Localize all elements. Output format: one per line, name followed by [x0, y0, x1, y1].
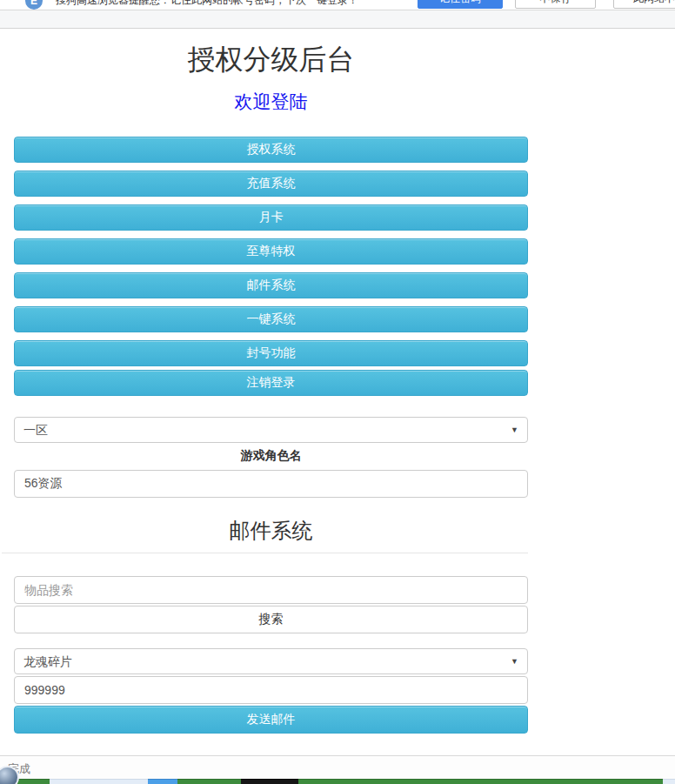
item-search-input[interactable]	[14, 576, 528, 604]
nav-button-auth-system[interactable]: 授权系统	[14, 137, 528, 163]
taskbar-segment	[241, 779, 298, 784]
welcome-text: 欢迎登陆	[14, 90, 528, 114]
nav-button-monthly-card[interactable]: 月卡	[14, 204, 528, 231]
zone-select-value: 一区	[23, 423, 48, 437]
send-mail-button[interactable]: 发送邮件	[14, 706, 528, 734]
taskbar-segment	[50, 779, 148, 784]
taskbar-segment	[663, 779, 675, 784]
nav-button-recharge-system[interactable]: 充值系统	[14, 171, 528, 197]
browser-status-bar: 完成	[0, 755, 675, 779]
nav-button-supreme-privilege[interactable]: 至尊特权	[14, 238, 528, 265]
role-name-label: 游戏角色名	[14, 448, 528, 464]
item-select[interactable]: 龙魂碎片 ▼	[14, 648, 528, 674]
nav-button-ban-function[interactable]: 封号功能	[14, 340, 528, 366]
browser-chrome-strip	[0, 10, 675, 29]
quantity-input[interactable]	[14, 676, 528, 704]
nav-button-oneclick-system[interactable]: 一键系统	[14, 306, 528, 332]
taskbar-segment	[298, 779, 663, 784]
dont-save-button[interactable]: 不保存	[515, 0, 596, 9]
zone-select[interactable]: 一区 ▼	[14, 417, 528, 443]
taskbar-segment	[177, 779, 241, 784]
section-divider	[2, 553, 528, 553]
nav-button-group: 授权系统 充值系统 月卡 至尊特权 邮件系统 一键系统 封号功能 注销登录	[14, 137, 528, 396]
chevron-down-icon: ▼	[511, 649, 518, 673]
notification-icon: E	[25, 0, 43, 10]
chevron-down-icon: ▼	[511, 418, 518, 442]
page-content: 授权分级后台 欢迎登陆 授权系统 充值系统 月卡 至尊特权 邮件系统 一键系统 …	[14, 41, 528, 770]
remember-password-button[interactable]: 记住密码	[418, 0, 503, 9]
never-ask-site-button[interactable]: 此网站不再提示	[613, 0, 675, 9]
page-title: 授权分级后台	[14, 41, 528, 79]
taskbar-segment	[148, 779, 177, 784]
item-select-value: 龙魂碎片	[23, 654, 72, 668]
notification-message: 搜狗高速浏览器提醒您：记住此网站的帐号密码，下次一键登录！	[56, 0, 358, 8]
mail-section-title: 邮件系统	[14, 517, 528, 545]
role-name-input[interactable]	[14, 470, 528, 498]
browser-password-bar: E 搜狗高速浏览器提醒您：记住此网站的帐号密码，下次一键登录！ 记住密码 不保存…	[0, 0, 675, 10]
nav-button-logout[interactable]: 注销登录	[14, 370, 528, 396]
taskbar-strip[interactable]	[0, 779, 675, 784]
nav-button-mail-system[interactable]: 邮件系统	[14, 272, 528, 298]
search-button[interactable]: 搜索	[14, 606, 528, 633]
